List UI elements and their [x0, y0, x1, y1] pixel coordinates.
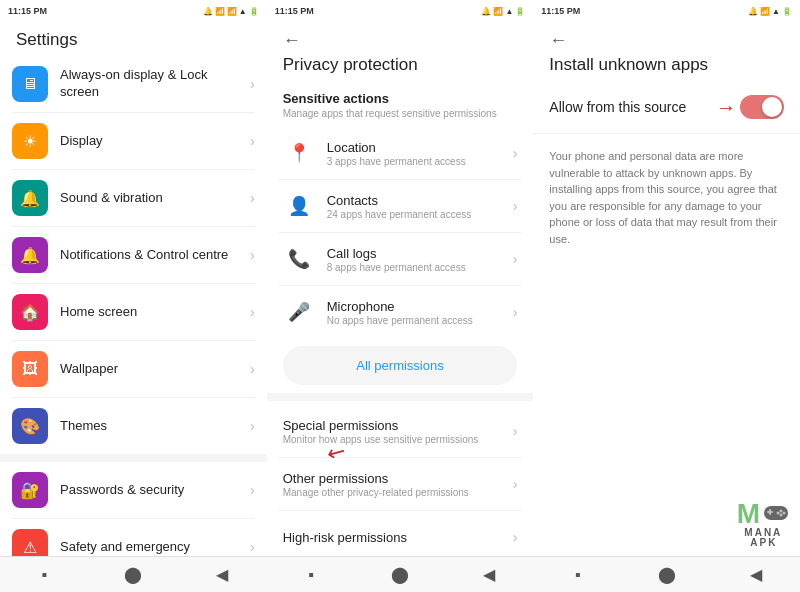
settings-item-home[interactable]: 🏠 Home screen ›: [0, 284, 267, 340]
themes-text: Themes: [60, 418, 250, 435]
privacy-panel: 11:15 PM 🔔 📶 ▲ 🔋 ← Privacy protection Se…: [267, 0, 534, 592]
sound-icon: 🔔: [12, 180, 48, 216]
microphone-icon: 🎤: [283, 296, 315, 328]
privacy-header: ← Privacy protection: [267, 22, 534, 81]
nav-square-right[interactable]: ▪: [564, 561, 592, 589]
contacts-label: Contacts: [327, 193, 513, 208]
watermark-apk: APK: [750, 537, 777, 548]
settings-item-always-on[interactable]: 🖥 Always-on display & Lock screen ›: [0, 56, 267, 112]
sound-chevron: ›: [250, 190, 255, 206]
nav-back-middle[interactable]: ◀: [475, 561, 503, 589]
other-text: Other permissions Manage other privacy-r…: [283, 471, 513, 498]
status-bar-left: 11:15 PM 🔔 📶 📶 ▲ 🔋: [0, 0, 267, 22]
settings-title: Settings: [16, 30, 251, 50]
privacy-item-call-logs[interactable]: 📞 Call logs 8 apps have permanent access…: [267, 233, 534, 285]
install-title: Install unknown apps: [549, 55, 784, 75]
privacy-item-location[interactable]: 📍 Location 3 apps have permanent access …: [267, 127, 534, 179]
wallpaper-text: Wallpaper: [60, 361, 250, 378]
privacy-item-special[interactable]: Special permissions Monitor how apps use…: [267, 405, 534, 457]
middle-panel-wrapper: 11:15 PM 🔔 📶 ▲ 🔋 ← Privacy protection Se…: [267, 0, 534, 592]
microphone-sublabel: No apps have permanent access: [327, 315, 513, 326]
high-risk-chevron: ›: [513, 529, 518, 545]
high-risk-label: High-risk permissions: [283, 530, 513, 545]
svg-point-6: [777, 512, 780, 515]
status-bar-right: 11:15 PM 🔔 📶 ▲ 🔋: [533, 0, 800, 22]
call-logs-text: Call logs 8 apps have permanent access: [327, 246, 513, 273]
bottom-nav-right: ▪ ⬤ ◀: [533, 556, 800, 592]
install-content: Allow from this source → Your phone and …: [533, 81, 800, 556]
right-panel-wrapper: 11:15 PM 🔔 📶 ▲ 🔋 ← Install unknown apps …: [533, 0, 800, 592]
toggle-red-arrow: →: [716, 96, 736, 119]
always-on-chevron: ›: [250, 76, 255, 92]
passwords-text: Passwords & security: [60, 482, 250, 499]
contacts-icon: 👤: [283, 190, 315, 222]
nav-square-middle[interactable]: ▪: [297, 561, 325, 589]
privacy-content: Sensitive actions Manage apps that reque…: [267, 81, 534, 556]
left-panel: 11:15 PM 🔔 📶 📶 ▲ 🔋 Settings 🖥 Always-on …: [0, 0, 267, 592]
passwords-icon: 🔐: [12, 472, 48, 508]
wallpaper-icon: 🖼: [12, 351, 48, 387]
allow-toggle[interactable]: [740, 95, 784, 119]
nav-circle-middle[interactable]: ⬤: [386, 561, 414, 589]
notifications-chevron: ›: [250, 247, 255, 263]
special-sublabel: Monitor how apps use sensitive permissio…: [283, 434, 513, 445]
bottom-nav-left: ▪ ⬤ ◀: [0, 556, 267, 592]
microphone-chevron: ›: [513, 304, 518, 320]
settings-item-display[interactable]: ☀ Display ›: [0, 113, 267, 169]
settings-item-notifications[interactable]: 🔔 Notifications & Control centre ›: [0, 227, 267, 283]
special-text: Special permissions Monitor how apps use…: [283, 418, 513, 445]
status-icons-left: 🔔 📶 📶 ▲ 🔋: [203, 7, 259, 16]
privacy-item-contacts[interactable]: 👤 Contacts 24 apps have permanent access…: [267, 180, 534, 232]
sound-text: Sound & vibration: [60, 190, 250, 207]
sensitive-actions-title: Sensitive actions: [267, 81, 534, 108]
svg-point-4: [783, 512, 786, 515]
status-icons-middle: 🔔 📶 ▲ 🔋: [481, 7, 525, 16]
call-logs-sublabel: 8 apps have permanent access: [327, 262, 513, 273]
nav-back-right[interactable]: ◀: [742, 561, 770, 589]
passwords-label: Passwords & security: [60, 482, 250, 499]
nav-circle-right[interactable]: ⬤: [653, 561, 681, 589]
other-label: Other permissions: [283, 471, 513, 486]
settings-item-wallpaper[interactable]: 🖼 Wallpaper ›: [0, 341, 267, 397]
allow-source-row: Allow from this source →: [533, 81, 800, 134]
privacy-title: Privacy protection: [283, 55, 518, 75]
safety-chevron: ›: [250, 539, 255, 555]
special-label: Special permissions: [283, 418, 513, 433]
settings-item-passwords[interactable]: 🔐 Passwords & security ›: [0, 462, 267, 518]
nav-circle-left[interactable]: ⬤: [119, 561, 147, 589]
settings-item-safety[interactable]: ⚠ Safety and emergency ›: [0, 519, 267, 556]
home-icon: 🏠: [12, 294, 48, 330]
nav-square-left[interactable]: ▪: [30, 561, 58, 589]
notifications-text: Notifications & Control centre: [60, 247, 250, 264]
all-permissions-button[interactable]: All permissions: [283, 346, 518, 385]
privacy-item-high-risk[interactable]: High-risk permissions ›: [267, 511, 534, 556]
privacy-divider-1: [267, 393, 534, 401]
safety-text: Safety and emergency: [60, 539, 250, 556]
wallpaper-label: Wallpaper: [60, 361, 250, 378]
nav-back-left[interactable]: ◀: [208, 561, 236, 589]
privacy-item-other[interactable]: Other permissions Manage other privacy-r…: [267, 458, 534, 510]
high-risk-text: High-risk permissions: [283, 530, 513, 545]
notifications-icon: 🔔: [12, 237, 48, 273]
call-logs-label: Call logs: [327, 246, 513, 261]
watermark-m-icon: M: [737, 500, 760, 528]
themes-label: Themes: [60, 418, 250, 435]
other-chevron: ›: [513, 476, 518, 492]
settings-item-themes[interactable]: 🎨 Themes ›: [0, 398, 267, 454]
toggle-knob: [762, 97, 782, 117]
microphone-text: Microphone No apps have permanent access: [327, 299, 513, 326]
privacy-item-microphone[interactable]: 🎤 Microphone No apps have permanent acce…: [267, 286, 534, 338]
install-panel: 11:15 PM 🔔 📶 ▲ 🔋 ← Install unknown apps …: [533, 0, 800, 592]
display-text: Display: [60, 133, 250, 150]
passwords-chevron: ›: [250, 482, 255, 498]
back-arrow-middle[interactable]: ←: [283, 30, 518, 51]
sound-label: Sound & vibration: [60, 190, 250, 207]
svg-rect-2: [769, 509, 771, 515]
svg-point-5: [780, 514, 783, 517]
safety-icon: ⚠: [12, 529, 48, 556]
settings-item-sound[interactable]: 🔔 Sound & vibration ›: [0, 170, 267, 226]
themes-chevron: ›: [250, 418, 255, 434]
home-label: Home screen: [60, 304, 250, 321]
back-arrow-right[interactable]: ←: [549, 30, 784, 51]
call-logs-chevron: ›: [513, 251, 518, 267]
